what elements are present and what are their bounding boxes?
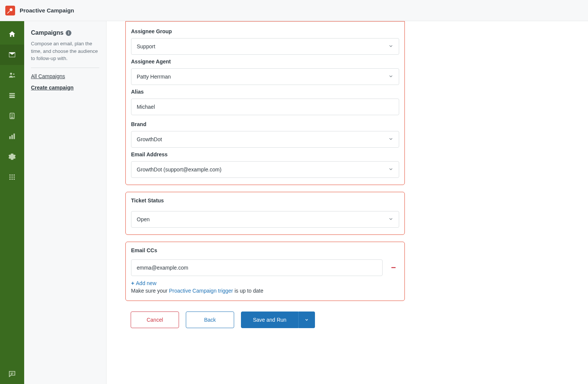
add-new-cc[interactable]: + Add new	[131, 280, 156, 286]
help-text: Make sure your Proactive Campaign trigge…	[131, 288, 399, 294]
help-link-trigger[interactable]: Proactive Campaign trigger	[169, 288, 233, 294]
sidebar-description: Compose an email, plan the time, and cho…	[31, 40, 99, 68]
chevron-down-icon	[304, 318, 309, 322]
select-value: GrowthDot (support@example.com)	[137, 167, 221, 173]
input-alias[interactable]	[131, 99, 399, 115]
nav-mail[interactable]	[0, 45, 24, 65]
svg-point-1	[10, 73, 12, 75]
link-all-campaigns[interactable]: All Campaigns	[31, 73, 99, 79]
remove-cc-button[interactable]: −	[388, 263, 399, 273]
group-email-ccs: Email CCs − + Add new Make sure your Pro…	[125, 242, 405, 301]
label-brand: Brand	[131, 121, 399, 127]
select-assignee-agent[interactable]: Patty Herrman	[131, 68, 399, 85]
footer-buttons: Cancel Back Save and Run	[125, 312, 405, 328]
svg-rect-4	[9, 136, 11, 139]
chevron-down-icon	[388, 43, 394, 50]
info-icon[interactable]: i	[66, 30, 71, 36]
select-assignee-group[interactable]: Support	[131, 38, 399, 55]
svg-point-2	[13, 74, 14, 75]
svg-point-9	[14, 174, 15, 176]
svg-rect-6	[14, 134, 15, 139]
app-logo	[5, 6, 15, 15]
select-value: GrowthDot	[137, 136, 162, 142]
sidebar-title: Campaigns	[31, 29, 63, 36]
add-new-label: Add new	[136, 280, 156, 286]
label-email-address: Email Address	[131, 151, 399, 157]
svg-point-12	[14, 176, 15, 178]
input-email-cc[interactable]	[131, 259, 383, 276]
app-title: Proactive Campaign	[20, 7, 74, 14]
svg-point-11	[11, 176, 13, 178]
nav-reports[interactable]	[0, 126, 24, 147]
nav-settings[interactable]	[0, 147, 24, 167]
chevron-down-icon	[388, 136, 394, 143]
cancel-button[interactable]: Cancel	[131, 312, 179, 328]
chevron-down-icon	[388, 74, 394, 80]
plus-icon: +	[131, 280, 134, 286]
nav-apps[interactable]	[0, 167, 24, 187]
svg-point-8	[11, 174, 13, 176]
svg-point-13	[9, 179, 11, 180]
group-ticket-status: Ticket Status Open	[125, 192, 405, 235]
link-create-campaign[interactable]: Create campaign	[31, 85, 99, 91]
select-brand[interactable]: GrowthDot	[131, 131, 399, 148]
nav-users[interactable]	[0, 65, 24, 85]
main-content: Assignee Group Support Assignee Agent Pa…	[106, 21, 588, 384]
select-value: Open	[137, 216, 150, 222]
label-assignee-group: Assignee Group	[131, 28, 399, 34]
sidebar-panel: Campaigns i Compose an email, plan the t…	[24, 21, 106, 384]
nav-home[interactable]	[0, 24, 24, 45]
svg-point-7	[9, 174, 11, 176]
select-value: Support	[137, 43, 155, 49]
chevron-down-icon	[388, 167, 394, 173]
label-alias: Alias	[131, 89, 399, 95]
label-ticket-status: Ticket Status	[131, 197, 399, 204]
select-value: Patty Herrman	[137, 74, 171, 80]
back-button[interactable]: Back	[186, 312, 234, 328]
select-email-address[interactable]: GrowthDot (support@example.com)	[131, 161, 399, 178]
nav-inbox[interactable]	[0, 85, 24, 106]
nav-org[interactable]	[0, 106, 24, 126]
svg-point-14	[11, 179, 13, 180]
svg-point-15	[14, 179, 15, 180]
svg-point-10	[9, 176, 11, 178]
label-assignee-agent: Assignee Agent	[131, 59, 399, 65]
save-options-button[interactable]	[298, 312, 315, 328]
nav-rail	[0, 21, 24, 384]
svg-rect-5	[11, 135, 13, 139]
top-header: Proactive Campaign	[0, 0, 588, 21]
select-ticket-status[interactable]: Open	[131, 211, 399, 228]
svg-point-0	[10, 8, 13, 11]
group-assignee: Assignee Group Support Assignee Agent Pa…	[125, 21, 405, 185]
nav-chat[interactable]	[0, 364, 24, 384]
chevron-down-icon	[388, 216, 394, 223]
save-and-run-button[interactable]: Save and Run	[241, 312, 298, 328]
label-email-ccs: Email CCs	[131, 247, 399, 253]
